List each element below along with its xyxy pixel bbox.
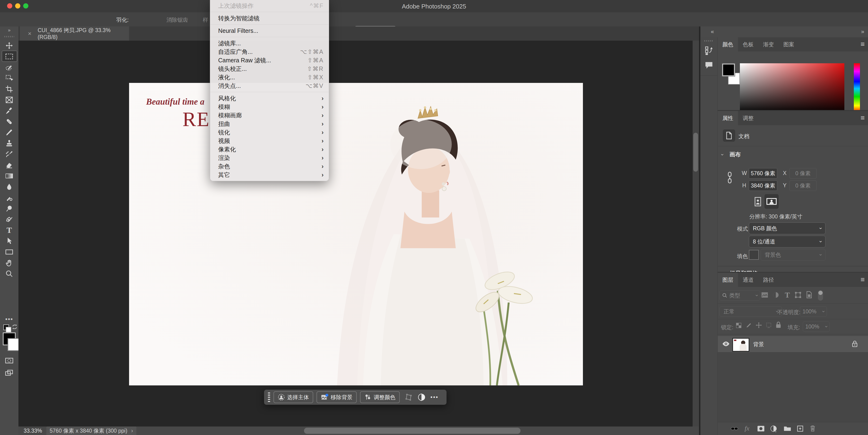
menu-item-liquify[interactable]: 液化...⇧⌘X — [210, 73, 329, 81]
tool-rectangle[interactable] — [0, 246, 19, 258]
remove-background-button[interactable]: 移除背景 — [316, 391, 357, 403]
fill-opacity-input[interactable]: 100%› — [803, 322, 830, 332]
close-tab-icon[interactable]: × — [28, 30, 31, 37]
tool-blur[interactable] — [0, 181, 19, 192]
opacity-input[interactable]: 100%› — [800, 306, 827, 317]
menu-item-distort[interactable]: 扭曲› — [210, 120, 329, 128]
properties-panel-menu-icon[interactable]: ≡ — [861, 114, 865, 122]
menu-item-vanishing-point[interactable]: 消失点...⌥⌘V — [210, 81, 329, 90]
menu-item-sharpen[interactable]: 锐化› — [210, 128, 329, 136]
hue-slider[interactable] — [854, 63, 860, 114]
tab-adjustments[interactable]: 调整 — [738, 111, 758, 125]
menu-item-noise[interactable]: 杂色› — [210, 162, 329, 170]
tool-spot-healing[interactable] — [0, 116, 19, 127]
menu-item-lens-correction[interactable]: 镜头校正...⇧⌘R — [210, 64, 329, 73]
new-group-folder-icon[interactable] — [783, 425, 792, 432]
filter-smart-objects-icon[interactable] — [806, 291, 812, 298]
tool-dodge[interactable] — [0, 203, 19, 214]
mode-select[interactable]: RGB 颜色› — [749, 223, 826, 234]
tool-path-selection[interactable] — [0, 236, 19, 246]
layer-visibility-eye-icon[interactable] — [722, 341, 730, 347]
lock-artboard-icon[interactable] — [766, 322, 772, 329]
filter-pixel-layers-icon[interactable] — [761, 292, 768, 298]
tool-frame[interactable] — [0, 95, 19, 105]
lock-pixels-icon[interactable] — [746, 322, 752, 329]
tab-gradients[interactable]: 渐变 — [758, 37, 779, 52]
collapse-tools-chevron-icon[interactable]: » — [0, 27, 19, 33]
filter-type-layers-icon[interactable]: T — [785, 291, 790, 299]
tools-grip[interactable] — [4, 36, 14, 37]
canvas-fill-swatch[interactable] — [749, 250, 759, 260]
landscape-orientation-button[interactable] — [765, 194, 779, 209]
menu-item-blur-gallery[interactable]: 模糊画廊› — [210, 111, 329, 120]
tab-channels[interactable]: 通道 — [738, 273, 758, 287]
height-input[interactable]: 3840 像素 — [749, 180, 777, 191]
tool-rectangular-marquee[interactable] — [0, 51, 19, 62]
menu-item-filter-gallery[interactable]: 滤镜库... — [210, 39, 329, 47]
select-subject-button[interactable]: 选择主体 — [274, 391, 313, 403]
tool-history-brush[interactable] — [0, 149, 19, 160]
layer-filtering-toggle[interactable] — [818, 290, 823, 301]
tab-paths[interactable]: 路径 — [758, 273, 779, 287]
menu-item-neural-filters[interactable]: Neural Filters... — [210, 27, 329, 35]
swap-colors-icon[interactable] — [11, 324, 18, 330]
layer-row-background[interactable]: 背景 — [718, 336, 868, 352]
zoom-level[interactable]: 33.33% — [24, 428, 42, 434]
tab-color[interactable]: 颜色 — [718, 37, 738, 52]
layers-panel-menu-icon[interactable]: ≡ — [861, 276, 865, 283]
comments-panel-icon[interactable] — [705, 61, 713, 69]
menu-item-other[interactable]: 其它› — [210, 170, 329, 179]
menu-item-blur[interactable]: 模糊› — [210, 102, 329, 111]
tool-eraser[interactable] — [0, 160, 19, 170]
new-adjustment-layer-icon[interactable] — [770, 425, 777, 432]
document-info[interactable]: 5760 像素 x 3840 像素 (300 ppi) › — [46, 427, 136, 435]
canvas-section-chevron-icon[interactable]: › — [721, 152, 723, 158]
blend-mode-select[interactable]: 正常› — [719, 306, 782, 317]
tool-type[interactable]: T — [0, 225, 19, 236]
new-layer-icon[interactable] — [797, 425, 804, 432]
link-dimensions-icon[interactable] — [727, 171, 732, 184]
menu-item-video[interactable]: 视频› — [210, 136, 329, 145]
history-panel-icon[interactable] — [705, 46, 713, 55]
foreground-color-well[interactable] — [722, 64, 735, 76]
bit-depth-select[interactable]: 8 位/通道› — [749, 236, 826, 247]
document-properties-icon[interactable] — [723, 129, 735, 142]
taskbar-more-icon[interactable]: ••• — [430, 394, 438, 401]
vertical-scrollbar[interactable] — [692, 41, 699, 427]
tool-zoom[interactable] — [0, 268, 19, 279]
tool-pen[interactable] — [0, 214, 19, 225]
color-field[interactable] — [740, 63, 844, 114]
menu-item-adaptive-wide-angle[interactable]: 自适应广角...⌥⇧⌘A — [210, 47, 329, 56]
menu-item-pixelate[interactable]: 像素化› — [210, 145, 329, 154]
menu-item-render[interactable]: 渲染› — [210, 154, 329, 162]
adjust-colors-button[interactable]: 调整颜色 — [360, 391, 400, 403]
collapse-panels-right-icon[interactable]: » — [861, 28, 864, 35]
quick-mask-icon[interactable] — [0, 355, 19, 366]
tool-gradient[interactable] — [0, 170, 19, 181]
menu-item-camera-raw-filter[interactable]: Camera Raw 滤镜...⇧⌘A — [210, 56, 329, 64]
document-canvas[interactable]: Beautiful time a RE — [129, 83, 583, 386]
menu-item-stylize[interactable]: 风格化› — [210, 94, 329, 102]
tab-layers[interactable]: 图层 — [718, 273, 738, 287]
tool-brush[interactable] — [0, 127, 19, 138]
document-tab[interactable]: × CUI_4866 拷贝.JPG @ 33.3%(RGB/8) — [20, 27, 129, 41]
lock-transparency-icon[interactable] — [736, 322, 742, 329]
lock-all-icon[interactable] — [775, 322, 781, 329]
layer-name[interactable]: 背景 — [753, 341, 764, 348]
color-panel-menu-icon[interactable]: ≡ — [861, 40, 865, 48]
tab-properties[interactable]: 属性 — [718, 111, 738, 125]
tool-selection-brush[interactable] — [0, 62, 19, 73]
tool-move[interactable] — [0, 40, 19, 51]
tool-crop[interactable] — [0, 83, 19, 95]
vertical-scrollbar-thumb[interactable] — [693, 133, 698, 172]
tool-object-selection[interactable] — [0, 73, 19, 83]
screen-mode-icon[interactable] — [0, 367, 19, 378]
layer-locked-icon[interactable] — [852, 340, 858, 347]
taskbar-drag-handle[interactable] — [268, 393, 270, 402]
lock-position-icon[interactable] — [755, 322, 762, 329]
adjustment-contrast-icon[interactable] — [418, 393, 426, 401]
edit-toolbar-ellipsis-icon[interactable]: ••• — [0, 315, 19, 323]
filter-adjustment-layers-icon[interactable] — [773, 292, 779, 298]
menu-item-convert-smart-filters[interactable]: 转换为智能滤镜 — [210, 14, 329, 23]
tab-swatches[interactable]: 色板 — [738, 37, 758, 52]
